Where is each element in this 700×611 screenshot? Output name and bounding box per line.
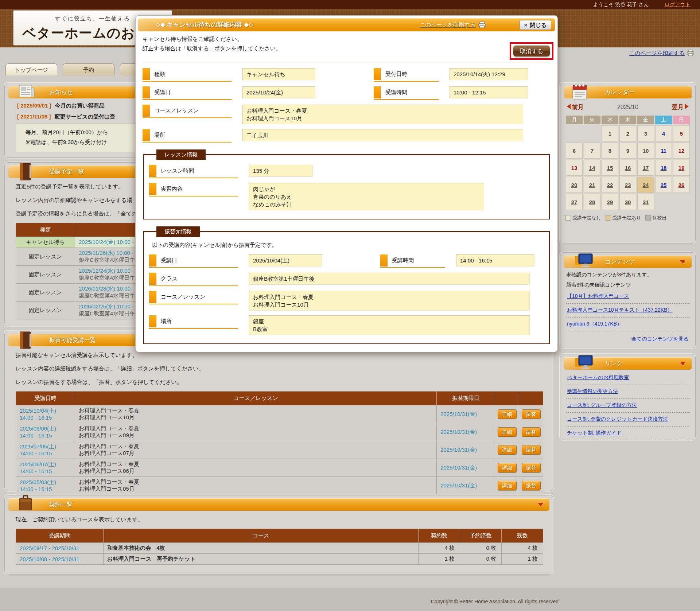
dialog-print-link[interactable]: このページを印刷する xyxy=(420,18,475,31)
day-number: 22 xyxy=(607,182,613,188)
field-value-line: 肉じゃが xyxy=(253,185,480,193)
external-link[interactable]: ベターホームのお料理教室 xyxy=(566,371,689,385)
calendar-day[interactable]: 29 xyxy=(602,194,618,210)
calendar-day[interactable]: 14 xyxy=(584,160,600,176)
detail-button[interactable]: 詳細 xyxy=(498,463,517,472)
day-number: 8 xyxy=(608,148,611,154)
deadline-date-link[interactable]: 2025/10/31(金) xyxy=(440,464,477,471)
calendar-day[interactable]: 31 xyxy=(637,194,654,210)
next-month-button[interactable]: 翌月 xyxy=(672,104,689,111)
calendar-day[interactable]: 24 xyxy=(637,177,654,193)
table-row: 2025/09/06(土)14:00 - 16:15お料理入門コース・春夏お料理… xyxy=(16,423,543,441)
field-label-text: 受講日 xyxy=(161,257,177,263)
period-link[interactable]: 2025/10/08 - 2025/10/31 xyxy=(20,556,79,562)
calendar-day[interactable]: 25 xyxy=(655,177,672,193)
deadline-date-link[interactable]: 2025/10/31(金) xyxy=(440,429,477,435)
field-label: 受講日 xyxy=(143,86,232,100)
field-label: 受講時間 xyxy=(380,254,445,268)
calendar-day[interactable]: 17 xyxy=(637,160,654,176)
legend-swatch xyxy=(645,215,651,221)
transfer-button[interactable]: 振替 xyxy=(522,427,541,437)
links-header: リンク xyxy=(564,357,692,370)
lesson-date-link[interactable]: 2025/05/03(土) xyxy=(20,479,56,485)
legend-label: 受講予定あり xyxy=(612,215,641,221)
field-row: 場所二子玉川 xyxy=(143,129,551,143)
lesson-date-link[interactable]: 2025/11/26(水) 10:00 - xyxy=(79,250,133,256)
deadline-date-link[interactable]: 2025/10/31(金) xyxy=(440,447,477,453)
contracts-title: 契約一覧 xyxy=(8,498,549,511)
calendar-day[interactable]: 21 xyxy=(584,177,600,193)
right-arrow-icon xyxy=(685,104,689,109)
cancel-reservation-button[interactable]: 取消する xyxy=(513,45,550,57)
calendar-header: カレンダー xyxy=(564,86,692,98)
calendar-day[interactable]: 16 xyxy=(619,160,636,176)
calendar-day[interactable]: 19 xyxy=(673,160,690,176)
news-item-link[interactable]: 変更サービスの受付は受 xyxy=(55,113,116,120)
field-value: 二子玉川 xyxy=(242,129,523,141)
tab-2[interactable]: 予約 xyxy=(63,63,114,75)
external-link[interactable]: チケット制: 操作ガイド xyxy=(566,427,689,440)
day-number: 6 xyxy=(573,148,576,154)
print-page-link[interactable]: このページを印刷する xyxy=(629,50,685,56)
column-header: 種類 xyxy=(16,223,75,237)
field-row: レッスン時間135 分 xyxy=(149,165,544,178)
transfer-button-cell: 振替 xyxy=(519,441,543,459)
logout-link[interactable]: ログアウト xyxy=(664,1,691,8)
period-cell: 2025/09/17 - 2025/10/31 xyxy=(16,543,104,554)
calendar-day[interactable]: 23 xyxy=(619,177,636,193)
external-link[interactable]: コース制: グループ登録の方法 xyxy=(566,399,689,413)
legend-swatch xyxy=(565,215,571,221)
tab-1[interactable]: トップページ xyxy=(5,63,57,75)
news-item-link[interactable]: 今月のお買い得商品 xyxy=(55,102,104,109)
period-link[interactable]: 2025/09/17 - 2025/10/31 xyxy=(20,545,79,551)
field-label-text: レッスン時間 xyxy=(161,167,194,174)
field-value-line: キャンセル待ち xyxy=(246,70,311,78)
lesson-date-link[interactable]: 2025/09/06(土) xyxy=(20,425,56,432)
collapse-arrow-icon[interactable] xyxy=(538,503,544,507)
detail-button[interactable]: 詳細 xyxy=(498,445,517,455)
external-link[interactable]: コース制: 会費のクレジットカード決済方法 xyxy=(566,413,689,427)
external-link[interactable]: 受講生情報の変更方法 xyxy=(566,385,689,399)
transfer-intro-line: レッスンの振替をする場合は、「振替」ボタンを押してください。 xyxy=(16,377,553,387)
transfer-button[interactable]: 振替 xyxy=(522,463,541,472)
detail-button[interactable]: 詳細 xyxy=(498,481,517,490)
see-all-contents-link[interactable]: 全てのコンテンツを見る xyxy=(567,336,689,342)
lesson-date-link[interactable]: 2026/02/25(水) 10:00 - xyxy=(79,303,134,310)
content-link[interactable]: 【10月】お料理入門コース xyxy=(566,290,689,304)
lesson-date-link[interactable]: 2025/10/24(金) 10:00 - xyxy=(79,239,134,245)
calendar-section: カレンダー 前月 2025/10 翌月 月火水木金土日 123456789101… xyxy=(560,83,696,244)
calendar-day[interactable]: 18 xyxy=(655,160,672,176)
collapse-arrow-icon[interactable] xyxy=(680,260,686,264)
calendar-day[interactable]: 20 xyxy=(566,177,583,193)
lesson-date-link[interactable]: 2025/06/07(土) xyxy=(20,461,56,467)
deadline-cell: 2025/10/31(金) xyxy=(437,441,495,459)
transfer-source-note: 以下の受講内容(キャンセル済)から振替予定です。 xyxy=(152,242,544,249)
deadline-date-link[interactable]: 2025/10/31(金) xyxy=(440,411,477,417)
lesson-date-link[interactable]: 2025/10/04(土) xyxy=(20,408,56,414)
period-cell: 2025/10/08 - 2025/10/31 xyxy=(16,554,104,565)
day-number: 27 xyxy=(571,199,578,205)
transfer-button[interactable]: 振替 xyxy=(522,445,541,455)
calendar-day[interactable]: 26 xyxy=(673,177,690,193)
calendar-day[interactable]: 30 xyxy=(619,194,636,210)
day-number: 11 xyxy=(661,148,666,154)
transfer-button[interactable]: 振替 xyxy=(522,481,541,490)
calendar-day[interactable]: 28 xyxy=(584,194,600,210)
field-row: 実習内容肉じゃが青菜ののりあえなめこのみそ汁 xyxy=(149,183,544,210)
content-link[interactable]: お料理入門コース10月テキスト（437.22KB） xyxy=(566,304,689,318)
detail-button[interactable]: 詳細 xyxy=(498,409,517,419)
calendar-day[interactable]: 15 xyxy=(602,160,618,176)
lesson-date-link[interactable]: 2025/07/05(土) xyxy=(20,443,56,450)
deadline-date-link[interactable]: 2025/10/31(金) xyxy=(440,482,477,489)
divider xyxy=(143,62,551,62)
calendar-day[interactable]: 27 xyxy=(566,194,583,210)
lesson-date-link[interactable]: 2026/01/28(水) 10:00 - xyxy=(79,285,134,292)
field-label: 場所 xyxy=(149,315,238,329)
calendar-day[interactable]: 22 xyxy=(602,177,618,193)
content-link[interactable]: nyumon 9（419.17KB） xyxy=(566,318,689,331)
transfer-button[interactable]: 振替 xyxy=(522,409,541,419)
detail-button[interactable]: 詳細 xyxy=(498,427,517,437)
close-button[interactable]: ×閉じる xyxy=(520,20,551,30)
collapse-arrow-icon[interactable] xyxy=(680,362,686,366)
lesson-date-link[interactable]: 2025/12/24(水) 10:00 - xyxy=(79,268,134,274)
